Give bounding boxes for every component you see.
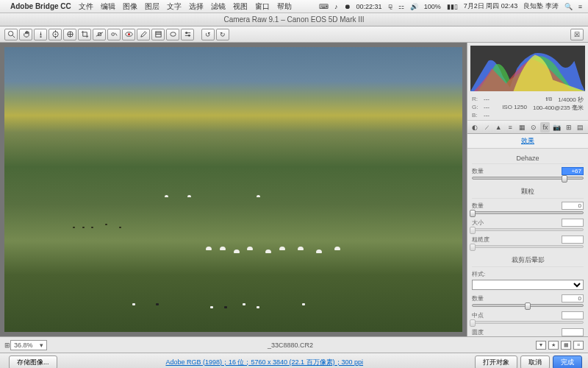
battery-icon: ▮▮▯ (447, 3, 458, 10)
vignette-style-select[interactable] (472, 280, 584, 290)
crop-tool[interactable] (78, 29, 91, 40)
timer: 00:22:31 (356, 3, 382, 10)
menu-view[interactable]: 视图 (233, 1, 248, 12)
section-grain: 颗粒 (472, 184, 584, 199)
macos-menubar: Adobe Bridge CC 文件 编辑 图像 图层 文字 选择 滤镜 视图 … (0, 0, 588, 13)
preview-pane (0, 43, 467, 336)
menu-type[interactable]: 文字 (167, 1, 182, 12)
menu-filter[interactable]: 滤镜 (211, 1, 226, 12)
tab-presets-icon[interactable]: ⊞ (564, 122, 573, 132)
menu-select[interactable]: 选择 (189, 1, 204, 12)
svg-point-17 (170, 32, 175, 37)
sync-icon[interactable]: ≡ (573, 341, 584, 350)
svg-point-11 (111, 33, 114, 36)
camera-icon[interactable]: ⏺ (344, 3, 351, 10)
date[interactable]: 7月2日 周四 02:43 (464, 1, 518, 11)
grain-size-slider[interactable] (472, 228, 584, 231)
menu-image[interactable]: 图像 (123, 1, 137, 12)
zoom-tool[interactable] (4, 29, 18, 40)
user[interactable]: 良知塾 李涛 (523, 1, 559, 11)
wifi-icon[interactable]: ⚏ (398, 3, 404, 10)
open-object-button[interactable]: 打开对象 (475, 355, 517, 369)
vignette-amount-control: 数量0 (472, 294, 584, 307)
tab-camera-icon[interactable]: 📷 (552, 122, 562, 132)
white-balance-tool[interactable] (34, 29, 47, 40)
select-all-icon[interactable]: ▦ (561, 341, 571, 350)
grain-amount-slider[interactable] (472, 211, 584, 214)
mark-delete-tool[interactable]: ☒ (570, 29, 584, 40)
battery[interactable]: 100% (424, 3, 441, 10)
color-sampler-tool[interactable] (49, 29, 62, 40)
tab-curve-icon[interactable]: ⟋ (482, 122, 492, 132)
panel-tabs: ◐ ⟋ ▲ ≡ ▦ ⊙ fx 📷 ⊞ ▤ (467, 121, 588, 134)
notifications-icon[interactable]: ≡ (578, 3, 582, 10)
save-image-button[interactable]: 存储图像... (9, 355, 57, 369)
menu-file[interactable]: 文件 (79, 1, 93, 12)
grain-rough-control: 粗糙度 (472, 236, 584, 248)
rating-icon[interactable]: ★ (548, 341, 559, 350)
redeye-tool[interactable] (122, 29, 135, 40)
hand-tool[interactable] (19, 29, 32, 40)
adjustment-brush-tool[interactable] (137, 29, 150, 40)
svg-point-3 (54, 34, 56, 35)
vignette-midpoint-slider[interactable] (472, 321, 584, 324)
tab-hsl-icon[interactable]: ≡ (506, 122, 515, 132)
svg-point-13 (128, 33, 130, 35)
svg-line-1 (12, 35, 15, 38)
tab-snapshots-icon[interactable]: ▤ (576, 122, 585, 132)
targeted-adjustment-tool[interactable] (63, 29, 76, 40)
menu-layer[interactable]: 图层 (145, 1, 159, 12)
cancel-button[interactable]: 取消 (520, 355, 550, 369)
audio-icon[interactable]: ♪ (334, 3, 338, 10)
menu-help[interactable]: 帮助 (277, 1, 292, 12)
tab-lens-icon[interactable]: ⊙ (529, 122, 539, 132)
done-button[interactable]: 完成 (553, 355, 582, 369)
camera-raw-toolbar: ↺ ↻ ☒ (0, 26, 588, 43)
tab-detail-icon[interactable]: ▲ (494, 122, 503, 132)
grain-amount-value[interactable]: 0 (562, 202, 584, 210)
adjustments-sidebar: R:---f/81/4000 秒 G:---ISO 1250100-400@23… (467, 43, 588, 336)
grid-icon[interactable]: ⊞ (4, 342, 10, 349)
window-titlebar: Camera Raw 9.1 – Canon EOS 5D Mark III (0, 13, 588, 26)
zoom-select[interactable]: 36.8%▾ (10, 340, 47, 350)
volume-icon[interactable]: 🔊 (410, 3, 418, 10)
radial-filter-tool[interactable] (166, 29, 179, 40)
spot-removal-tool[interactable] (107, 29, 121, 40)
search-icon[interactable]: 🔍 (564, 3, 573, 10)
grain-size-control: 大小 (472, 219, 584, 231)
svg-point-20 (185, 32, 187, 34)
filename-label: _33C8880.CR2 (47, 342, 534, 349)
vignette-amount-slider[interactable] (472, 304, 584, 307)
svg-point-21 (187, 35, 190, 37)
preview-image[interactable] (4, 47, 462, 332)
vignette-style-control: 样式: (472, 270, 584, 290)
vignette-midpoint-control: 中点 (472, 311, 584, 324)
dehaze-amount-slider[interactable] (472, 177, 584, 180)
menu-window[interactable]: 窗口 (255, 1, 270, 12)
chevron-down-icon: ▾ (40, 342, 43, 349)
filmstrip-bar: ⊞ 36.8%▾ _33C8880.CR2 ▼ ★ ▦ ≡ (0, 336, 588, 353)
rotate-ccw-tool[interactable]: ↺ (201, 29, 215, 40)
tab-split-icon[interactable]: ▦ (517, 122, 527, 132)
histogram[interactable] (470, 46, 585, 91)
graduated-filter-tool[interactable] (151, 29, 165, 40)
window-title: Camera Raw 9.1 – Canon EOS 5D Mark III (223, 15, 364, 24)
grain-rough-slider[interactable] (472, 245, 584, 248)
tab-basic-icon[interactable]: ◐ (470, 122, 480, 132)
straighten-tool[interactable] (93, 29, 106, 40)
tab-fx-icon[interactable]: fx (540, 122, 550, 132)
footer-bar: 存储图像... Adobe RGB (1998)；16 位；5760 x 384… (0, 353, 588, 368)
grain-amount-control: 数量0 (472, 202, 584, 214)
bluetooth-icon[interactable]: ⚼ (388, 2, 392, 10)
app-name[interactable]: Adobe Bridge CC (10, 2, 71, 10)
rotate-cw-tool[interactable]: ↻ (216, 29, 229, 40)
keyboard-icon[interactable]: ⌨ (319, 3, 329, 10)
dehaze-amount-value[interactable]: +67 (562, 167, 584, 175)
workflow-link[interactable]: Adobe RGB (1998)；16 位；5760 x 3840 (22.1 … (57, 358, 472, 367)
svg-point-0 (8, 31, 12, 35)
vignette-amount-value[interactable]: 0 (562, 294, 584, 302)
vignette-round-control: 圆度 (472, 328, 584, 336)
preferences-tool[interactable] (181, 29, 194, 40)
filter-icon[interactable]: ▼ (536, 341, 546, 350)
menu-edit[interactable]: 编辑 (101, 1, 115, 12)
